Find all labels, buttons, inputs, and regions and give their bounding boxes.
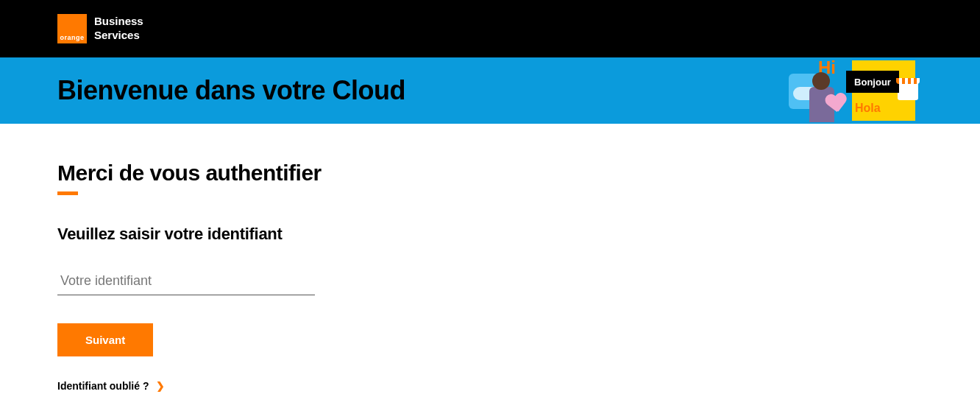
- store-awning-icon: [896, 78, 920, 84]
- chevron-right-icon: ❯: [156, 380, 165, 392]
- brand-text: Business Services: [94, 15, 143, 43]
- auth-title: Merci de vous authentifier: [57, 161, 923, 186]
- brand-line2: Services: [94, 29, 143, 43]
- bonjour-badge: Bonjour: [846, 71, 899, 93]
- auth-main: Merci de vous authentifier Veuillez sais…: [0, 124, 980, 392]
- orange-logo-square: orange: [57, 14, 87, 43]
- person-head-icon: [812, 72, 830, 90]
- brand-logo[interactable]: orange Business Services: [57, 14, 143, 43]
- welcome-banner: Bienvenue dans votre Cloud Hi Bonjour Ho…: [0, 57, 980, 124]
- next-button[interactable]: Suivant: [57, 323, 153, 356]
- welcome-title: Bienvenue dans votre Cloud: [57, 75, 405, 106]
- orange-logo-text: orange: [60, 34, 84, 41]
- top-header: orange Business Services: [0, 0, 980, 57]
- forgot-identifier-link[interactable]: Identifiant oublié ?: [57, 380, 149, 392]
- hola-text: Hola: [855, 102, 881, 115]
- identifier-input[interactable]: [57, 267, 315, 295]
- heart-icon: [825, 94, 846, 113]
- title-underline: [57, 191, 78, 195]
- identifier-label: Veuillez saisir votre identifiant: [57, 225, 923, 244]
- forgot-row[interactable]: Identifiant oublié ? ❯: [57, 380, 923, 392]
- brand-line1: Business: [94, 15, 143, 29]
- banner-illustration: Hi Bonjour Hola: [789, 57, 936, 124]
